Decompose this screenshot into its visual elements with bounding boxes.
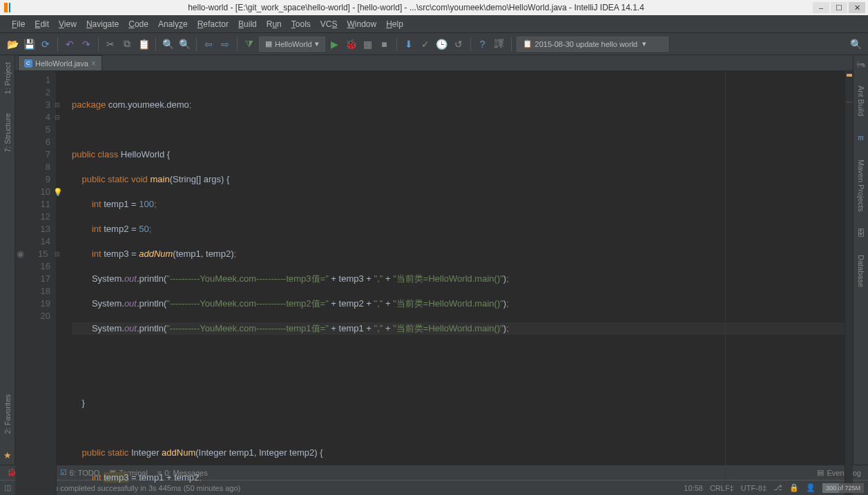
svg-rect-1 [9, 3, 10, 12]
window-titlebar: hello-world - [E:\git_work_space\hello-w… [0, 0, 868, 15]
back-icon[interactable]: ⇦ [202, 37, 215, 51]
menu-file[interactable]: File [7, 17, 30, 31]
translate-icon[interactable]: 譯 [492, 37, 506, 51]
maven-icon[interactable]: m [858, 133, 864, 143]
menu-window[interactable]: Window [342, 17, 381, 31]
menu-analyze[interactable]: Analyze [153, 17, 193, 31]
run-config-label: HelloWorld [275, 40, 312, 48]
open-file-icon[interactable]: 📂 [6, 37, 19, 51]
debug-icon[interactable]: 🐞 [345, 37, 358, 51]
menu-refactor[interactable]: Refactor [193, 17, 233, 31]
database-icon[interactable]: 🗄 [857, 229, 865, 238]
menu-view[interactable]: View [54, 17, 81, 31]
tool-maven[interactable]: Maven Projects [856, 157, 867, 215]
forward-icon[interactable]: ⇨ [218, 37, 232, 51]
margin-guide [725, 71, 726, 495]
tool-structure[interactable]: 7: Structure [2, 110, 13, 155]
vcs-changelist-selector[interactable]: 📋 2015-08-30 update hello world ▾ [517, 37, 668, 52]
window-title: hello-world - [E:\git_work_space\hello-w… [19, 3, 813, 12]
tool-project[interactable]: 1: Project [2, 59, 13, 97]
right-tool-strip: 🐜 Ant Build m Maven Projects 🗄 Database [853, 55, 868, 465]
coverage-icon[interactable]: ▦ [361, 37, 375, 51]
favorites-star-icon[interactable]: ★ [3, 450, 12, 460]
maximize-button[interactable]: ☐ [831, 2, 847, 13]
paste-icon[interactable]: 📋 [137, 37, 151, 51]
minimize-button[interactable]: – [813, 2, 829, 13]
vcs-revert-icon[interactable]: ↺ [452, 37, 465, 51]
menu-vcs[interactable]: VCS [316, 17, 343, 31]
cut-icon[interactable]: ✂ [104, 37, 117, 51]
vcs-update-icon[interactable]: ⬇ [402, 37, 416, 51]
tool-database[interactable]: Database [856, 252, 867, 290]
search-everywhere-icon[interactable]: 🔍 [849, 37, 862, 51]
tool-ant-build[interactable]: Ant Build [856, 83, 867, 119]
error-stripe[interactable] [845, 71, 853, 495]
vcs-changelist-label: 2015-08-30 update hello world [535, 40, 638, 48]
menu-build[interactable]: Build [233, 17, 262, 31]
menu-edit[interactable]: Edit [30, 17, 54, 31]
find-icon[interactable]: 🔍 [161, 37, 175, 51]
memory-indicator[interactable]: 300 of 725M [822, 483, 864, 493]
main-toolbar: 📂 💾 ⟳ ↶ ↷ ✂ ⧉ 📋 🔍 🔍 ⇦ ⇨ ⧩ ▦ HelloWorld ▾… [0, 33, 868, 55]
refresh-icon[interactable]: ⟳ [39, 37, 52, 51]
close-button[interactable]: ✕ [849, 2, 865, 13]
tab-filename: HelloWorld.java [35, 59, 88, 68]
editor-tab-bar: C HelloWorld.java × [15, 55, 853, 71]
tab-close-icon[interactable]: × [91, 59, 96, 68]
status-window-icon[interactable]: ◫ [4, 483, 11, 492]
vcs-history-icon[interactable]: 🕒 [435, 37, 449, 51]
redo-icon[interactable]: ↷ [79, 37, 93, 51]
gutter[interactable]: 12 3⊟ 4⊟ 56789 10💡 11121314 15 ◉⊟ 161718… [15, 71, 57, 495]
menu-run[interactable]: Run [262, 17, 287, 31]
tool-favorites[interactable]: 2: Favorites [2, 391, 13, 436]
left-tool-strip: 1: Project 7: Structure 2: Favorites ★ [0, 55, 15, 465]
svg-rect-0 [4, 3, 8, 12]
run-icon[interactable]: ▶ [328, 37, 342, 51]
editor-area: C HelloWorld.java × 12 3⊟ 4⊟ 56789 10💡 1… [15, 55, 853, 465]
app-logo-icon [3, 1, 15, 14]
editor-tab[interactable]: C HelloWorld.java × [18, 55, 102, 70]
java-class-icon: C [24, 59, 32, 68]
save-all-icon[interactable]: 💾 [22, 37, 36, 51]
menu-bar: File Edit View Navigate Code Analyze Ref… [0, 15, 868, 33]
code-editor[interactable]: package com.youmeek.demo; public class H… [57, 71, 845, 495]
menu-help[interactable]: Help [381, 17, 408, 31]
undo-icon[interactable]: ↶ [63, 37, 77, 51]
run-config-selector[interactable]: ▦ HelloWorld ▾ [259, 37, 325, 52]
vcs-commit-icon[interactable]: ✓ [418, 37, 432, 51]
menu-code[interactable]: Code [124, 17, 153, 31]
help-icon[interactable]: ? [476, 37, 490, 51]
menu-tools[interactable]: Tools [287, 17, 316, 31]
build-icon[interactable]: ⧩ [242, 37, 256, 51]
replace-icon[interactable]: 🔍 [177, 37, 191, 51]
stop-icon[interactable]: ■ [378, 37, 392, 51]
copy-icon[interactable]: ⧉ [120, 37, 134, 51]
menu-navigate[interactable]: Navigate [81, 17, 124, 31]
ant-icon[interactable]: 🐜 [856, 59, 866, 69]
